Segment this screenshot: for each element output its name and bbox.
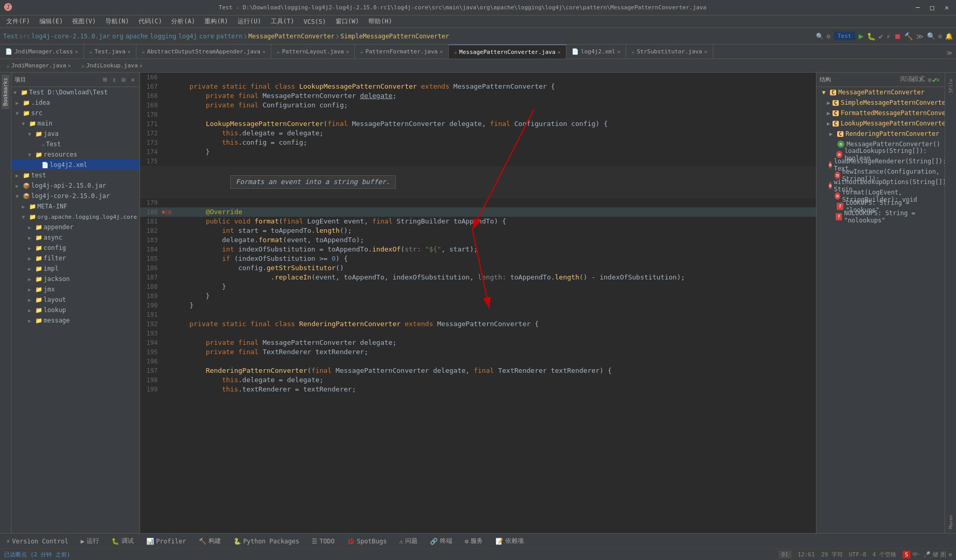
project-toolbar-close[interactable]: ✕	[129, 75, 136, 84]
struct-field-nolookups[interactable]: f NOLOOKUPS: String = "nolookups"	[816, 212, 945, 222]
bottom-btn-spotbugs[interactable]: 🐞 SpotBugs	[345, 537, 389, 546]
search-everywhere[interactable]: 🔍	[927, 32, 935, 40]
tree-item-layout[interactable]: ▶ 📁 layout	[11, 295, 140, 305]
tab-close[interactable]: ✕	[346, 49, 349, 54]
tree-item-org-apache[interactable]: ▼ 📁 org.apache.logging.log4j.core	[11, 212, 140, 222]
tab-patternlayout[interactable]: ☕ PatternLayout.java ✕	[271, 45, 355, 59]
tree-item-java[interactable]: ▼ 📁 java	[11, 129, 140, 139]
bottom-btn-problems[interactable]: ⚠ 问题	[397, 536, 420, 547]
menu-help[interactable]: 帮助(H)	[364, 16, 396, 27]
tab-close[interactable]: ✕	[617, 49, 620, 54]
status-indent[interactable]: 4 个空格	[872, 551, 896, 558]
breadcrumb-log4j[interactable]: log4j	[178, 33, 197, 40]
project-toolbar-icon1[interactable]: ⊞	[102, 75, 109, 84]
tree-item-appender[interactable]: ▶ 📁 appender	[11, 222, 140, 232]
tree-item-test-root[interactable]: ▼ 📁 Test D:\Download\Test	[11, 87, 140, 97]
struct-item-msgpatternconv[interactable]: ▼ C MessagePatternConverter	[816, 87, 945, 97]
struct-item-formatted[interactable]: ▶ C FormattedMessagePatternConvert	[816, 108, 945, 118]
edge-tab-maven[interactable]: Maven	[947, 511, 954, 533]
menu-file[interactable]: 文件(F)	[2, 16, 34, 27]
breadcrumb-jar[interactable]: log4j-core-2.15.0.jar	[32, 33, 110, 40]
tree-item-log4j-core-jar[interactable]: ▼ 📦 log4j-core-2.15.0.jar	[11, 191, 140, 201]
menu-code[interactable]: 代码(C)	[134, 16, 167, 27]
stop-button[interactable]: ⏹	[894, 32, 901, 40]
edge-tab-sfile[interactable]: SFile	[947, 75, 954, 97]
bottom-btn-debug[interactable]: 🐛 调试	[109, 536, 136, 547]
tree-item-resources[interactable]: ▼ 📁 resources	[11, 149, 140, 160]
structure-tree[interactable]: ▼ C MessagePatternConverter ▶ C SimpleMe…	[816, 87, 945, 533]
menu-tools[interactable]: 工具(T)	[267, 16, 299, 27]
build-button[interactable]: 🔨	[904, 32, 913, 40]
bottom-btn-services[interactable]: ⚙ 服务	[463, 536, 485, 547]
tree-item-idea[interactable]: ▶ 📁 .idea	[11, 97, 140, 108]
project-toolbar-settings[interactable]: ⚙	[120, 75, 127, 84]
tab2-jndilookup-java[interactable]: ☕ JndiLookup.java ✕	[77, 61, 147, 70]
tree-item-src[interactable]: ▼ 📁 src	[11, 108, 140, 118]
tab-close[interactable]: ✕	[704, 49, 708, 54]
toolbar-notifications[interactable]: 🔔	[945, 33, 953, 40]
menu-navigate[interactable]: 导航(N)	[101, 16, 133, 27]
project-tree[interactable]: ▼ 📁 Test D:\Download\Test ▶ 📁 .idea ▼ 📁 …	[11, 87, 140, 533]
profile-button[interactable]: ⚡	[886, 32, 890, 40]
tree-item-test-java[interactable]: ☕ Test	[11, 139, 140, 149]
struct-item-rendering[interactable]: ▶ C RenderingPatternConverter	[816, 129, 945, 139]
tab-log4j2xml[interactable]: 📄 log4j2.xml ✕	[566, 45, 626, 59]
tree-item-config[interactable]: ▶ 📁 config	[11, 243, 140, 253]
menu-refactor[interactable]: 重构(R)	[200, 16, 232, 27]
tab-patternformatter[interactable]: ☕ PatternFormatter.java ✕	[355, 45, 449, 59]
tab-msgpatternconv[interactable]: ☕ MessagePatternConverter.java ✕	[449, 45, 566, 59]
tab2-jndimanager-java[interactable]: ☕ JndiManager.java ✕	[2, 61, 75, 70]
toolbar-settings2[interactable]: ⚙	[938, 33, 942, 40]
tree-item-log4j2xml[interactable]: 📄 log4j2.xml	[11, 160, 140, 170]
tree-item-log4j-api-jar[interactable]: ▶ 📦 log4j-api-2.15.0.jar	[11, 180, 140, 191]
status-branch[interactable]: 01	[779, 551, 792, 558]
menu-analyze[interactable]: 分析(A)	[167, 16, 199, 27]
breadcrumb-apache[interactable]: apache	[126, 33, 148, 40]
run-config-label[interactable]: Test	[834, 32, 856, 40]
tab-close[interactable]: ✕	[440, 49, 443, 54]
menu-view[interactable]: 视图(V)	[68, 16, 100, 27]
menu-run[interactable]: 运行(U)	[233, 16, 266, 27]
menu-window[interactable]: 窗口(W)	[331, 16, 364, 27]
left-tab-bookmarks[interactable]: Bookmarks	[2, 75, 9, 109]
tree-item-main[interactable]: ▼ 📁 main	[11, 118, 140, 129]
code-editor[interactable]: 166 167 private static final class Looku…	[140, 73, 816, 533]
menu-edit[interactable]: 编辑(E)	[35, 16, 67, 27]
bottom-btn-build[interactable]: 🔨 构建	[197, 536, 223, 547]
project-toolbar-icon2[interactable]: ↕	[111, 75, 118, 84]
close-button[interactable]: ✕	[941, 3, 952, 12]
tree-item-message[interactable]: ▶ 📁 message	[11, 315, 140, 326]
tree-item-meta-inf[interactable]: ▶ 📁 META-INF	[11, 201, 140, 212]
breadcrumb-simple[interactable]: SimpleMessagePatternConverter	[340, 33, 449, 40]
status-encoding[interactable]: UTF-8	[849, 551, 866, 558]
tree-item-async[interactable]: ▶ 📁 async	[11, 232, 140, 243]
tab-jndimanager-class[interactable]: 📄 JndiManager.class ✕	[0, 45, 84, 59]
breadcrumb-org[interactable]: org	[112, 33, 123, 40]
maximize-button[interactable]: □	[927, 3, 937, 12]
menu-vcs[interactable]: VCS(S)	[299, 17, 330, 26]
bottom-btn-vcs[interactable]: ⚡ Version Control	[4, 537, 71, 546]
bottom-btn-dependencies[interactable]: 📝 依赖项	[493, 536, 526, 547]
tree-item-impl[interactable]: ▶ 📁 impl	[11, 263, 140, 274]
tab-close[interactable]: ✕	[128, 49, 131, 54]
struct-item-lookup[interactable]: ▶ C LookupMessagePatternConverter	[816, 118, 945, 129]
debug-button[interactable]: 🐛	[867, 32, 876, 40]
toolbar-settings-icon[interactable]: ⚙	[827, 33, 830, 40]
bottom-btn-run[interactable]: ▶ 运行	[79, 536, 101, 547]
struct-item-simple[interactable]: ▶ C SimpleMessagePatternConverter	[816, 97, 945, 108]
tree-item-jackson[interactable]: ▶ 📁 jackson	[11, 274, 140, 284]
breadcrumb-logging[interactable]: logging	[150, 33, 176, 40]
status-position[interactable]: 12:61	[798, 551, 815, 558]
tab-close[interactable]: ✕	[262, 49, 266, 54]
tab-strsubstitutor[interactable]: ☕ StrSubstitutor.java ✕	[626, 45, 713, 59]
tab-close[interactable]: ✕	[75, 49, 78, 54]
tab-test-java[interactable]: ☕ Test.java ✕	[84, 45, 136, 59]
minimize-button[interactable]: ─	[913, 3, 923, 12]
more-tabs-button[interactable]: ≫	[943, 47, 956, 59]
bottom-btn-python-packages[interactable]: 🐍 Python Packages	[231, 537, 301, 546]
status-chars[interactable]: 29 字符	[821, 551, 843, 558]
tab-outputstream[interactable]: ☕ AbstractOutputStreamAppender.java ✕	[136, 45, 271, 59]
tree-item-jmx[interactable]: ▶ 📁 jmx	[11, 284, 140, 295]
tree-item-filter[interactable]: ▶ 📁 filter	[11, 253, 140, 263]
breadcrumb-core[interactable]: core	[199, 33, 214, 40]
